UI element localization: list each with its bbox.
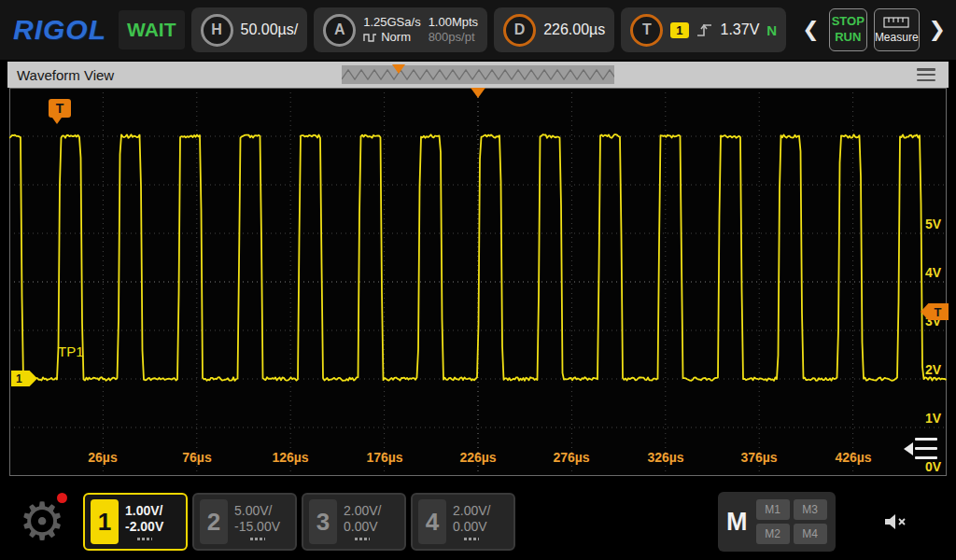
channel2-coupling-icon <box>250 538 265 540</box>
measure-label: Measure <box>875 31 919 44</box>
channel2-button[interactable]: 2 5.00V/ -15.00V <box>192 493 297 551</box>
x-label: 276µs <box>553 450 589 465</box>
delay-settings-button[interactable]: D 226.00µs <box>494 7 614 52</box>
channel1-button[interactable]: 1 1.00V/ -2.00V <box>83 493 188 551</box>
delay-icon: D <box>503 14 536 47</box>
waveform-view-title: Waveform View <box>17 67 114 83</box>
stop-run-button[interactable]: STOP RUN <box>829 8 867 51</box>
header-menu-icon[interactable] <box>917 68 935 81</box>
x-label: 26µs <box>88 450 117 465</box>
trigger-source-badge: 1 <box>670 22 688 38</box>
channel2-scale: 5.00V/ <box>234 503 272 519</box>
x-label: 426µs <box>835 450 871 465</box>
mute-icon[interactable] <box>882 511 908 533</box>
waveform-preview-strip[interactable] <box>342 65 614 84</box>
memory-depth: 1.00Mpts <box>429 15 478 30</box>
channel1-coupling-icon <box>137 538 152 540</box>
run-label: RUN <box>835 30 861 46</box>
preview-waveform <box>342 65 614 84</box>
preview-position-marker[interactable] <box>392 64 405 74</box>
notification-dot <box>57 493 67 503</box>
sample-rate: 1.25GSa/s <box>363 15 420 30</box>
channel4-number: 4 <box>418 499 446 544</box>
trigger-icon: T <box>630 14 663 47</box>
horizontal-settings-button[interactable]: H 50.00µs/ <box>191 7 308 52</box>
menu-collapse-icon[interactable] <box>904 437 937 461</box>
x-label: 76µs <box>182 450 211 465</box>
graticule-and-trace <box>9 88 947 476</box>
y-label: 2V <box>925 362 941 377</box>
measure-button[interactable]: Measure <box>874 8 920 51</box>
testpoint-label: TP1 <box>58 343 84 359</box>
math1-button[interactable]: M1 <box>756 499 790 520</box>
next-page-chevron[interactable]: ❯ <box>926 20 949 40</box>
y-label: 1V <box>925 411 941 426</box>
horizontal-icon: H <box>201 14 233 47</box>
channel3-number: 3 <box>309 499 337 544</box>
trigger-slope-icon <box>696 21 713 38</box>
y-label: 5V <box>925 217 941 231</box>
channel3-coupling-icon <box>355 538 370 540</box>
math-panel: M M1 M3 M2 M4 <box>718 492 836 552</box>
math-label: M <box>726 508 748 537</box>
trigger-status-flag: N <box>766 22 777 38</box>
waveform-view-header: Waveform View <box>7 62 949 88</box>
waveform-display[interactable]: 5V 4V 3V 2V 1V 0V -1V 26µs 76µs 126µs 17… <box>9 88 947 476</box>
x-label: 176µs <box>366 450 402 465</box>
math4-button[interactable]: M4 <box>794 524 827 544</box>
trigger-level-value: 1.37V <box>721 21 760 38</box>
channel1-number: 1 <box>91 499 119 544</box>
channel3-scale: 2.00V/ <box>344 503 381 519</box>
timebase-value: 50.00µs/ <box>241 21 299 38</box>
gear-icon: ⚙ <box>19 496 65 548</box>
bottom-channel-bar: ⚙ 1 1.00V/ -2.00V 2 5.00V/ -15.00V 3 2.0… <box>0 483 956 560</box>
x-label: 226µs <box>459 450 496 465</box>
y-label: 0V <box>925 459 941 474</box>
run-status-indicator: WAIT <box>119 10 185 49</box>
acquisition-settings-button[interactable]: A 1.25GSa/s Norm 1.00Mpts 800ps/pt <box>314 7 487 52</box>
sound-area <box>840 511 950 533</box>
math3-button[interactable]: M3 <box>794 499 827 520</box>
trigger-time-flag[interactable]: T <box>49 99 71 118</box>
acq-mode: Norm <box>381 30 411 45</box>
acquisition-icon: A <box>323 14 356 47</box>
top-status-bar: RIGOL WAIT H 50.00µs/ A 1.25GSa/s Norm 1… <box>0 0 956 60</box>
trigger-position-marker[interactable] <box>471 88 485 98</box>
delay-value: 226.00µs <box>543 21 605 38</box>
ruler-icon <box>883 17 909 28</box>
rigol-logo: RIGOL <box>7 12 112 48</box>
trigger-time-flag-pointer <box>52 118 62 124</box>
channel2-number: 2 <box>200 499 228 544</box>
channel4-button[interactable]: 4 2.00V/ 0.00V <box>411 493 515 551</box>
y-label: 4V <box>925 265 941 280</box>
channel1-scale: 1.00V/ <box>125 503 162 519</box>
x-label: 376µs <box>740 450 777 465</box>
sample-resolution: 800ps/pt <box>429 30 478 45</box>
channel4-offset: 0.00V <box>453 519 487 535</box>
acq-wave-icon <box>363 32 377 43</box>
stop-label: STOP <box>832 14 865 30</box>
channel3-offset: 0.00V <box>344 519 378 535</box>
channel4-scale: 2.00V/ <box>453 503 490 519</box>
x-label: 126µs <box>272 450 308 465</box>
rigol-gear-button[interactable]: ⚙ <box>6 487 78 556</box>
channel4-coupling-icon <box>464 538 479 540</box>
prev-page-chevron[interactable]: ❮ <box>799 20 822 40</box>
channel1-offset: -2.00V <box>125 519 163 535</box>
channel2-offset: -15.00V <box>234 519 280 535</box>
math2-button[interactable]: M2 <box>756 524 790 544</box>
x-label: 326µs <box>647 450 683 465</box>
channel3-button[interactable]: 3 2.00V/ 0.00V <box>302 493 406 551</box>
trigger-settings-button[interactable]: T 1 1.37V N <box>621 7 786 52</box>
